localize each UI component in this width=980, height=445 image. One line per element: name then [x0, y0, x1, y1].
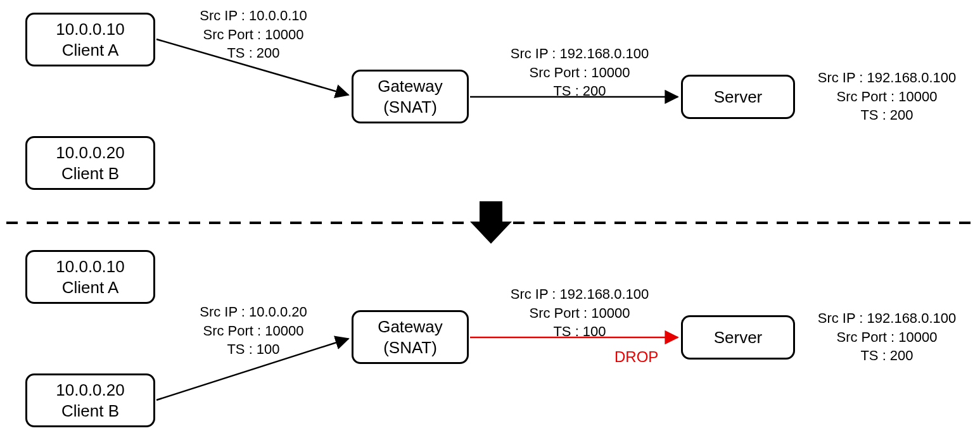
- top-client-a-node: 10.0.0.10 Client A: [25, 13, 155, 66]
- top-client-b-node: 10.0.0.20 Client B: [25, 136, 155, 190]
- bottom-server-label: Server: [714, 327, 763, 348]
- pkt-ts: TS : 200: [491, 82, 668, 101]
- pkt-ts: TS : 200: [805, 106, 969, 125]
- pkt-src-port: Src Port : 10000: [805, 87, 969, 106]
- bottom-server-state: Src IP : 192.168.0.100 Src Port : 10000 …: [805, 309, 969, 365]
- bottom-gateway-line2: (SNAT): [383, 337, 437, 358]
- top-gateway-line2: (SNAT): [383, 97, 437, 118]
- top-server-state: Src IP : 192.168.0.100 Src Port : 10000 …: [805, 68, 969, 125]
- bottom-packet-client-to-gateway: Src IP : 10.0.0.20 Src Port : 10000 TS :…: [184, 303, 323, 359]
- pkt-ts: TS : 100: [491, 322, 668, 341]
- top-client-b-ip: 10.0.0.20: [56, 142, 124, 163]
- top-server-node: Server: [681, 75, 795, 119]
- pkt-src-ip: Src IP : 192.168.0.100: [805, 68, 969, 87]
- pkt-src-ip: Src IP : 10.0.0.10: [184, 6, 323, 25]
- bottom-gateway-line1: Gateway: [378, 317, 443, 337]
- top-client-b-label: Client B: [61, 163, 119, 184]
- pkt-ts: TS : 100: [184, 340, 323, 359]
- bottom-packet-gateway-to-server: Src IP : 192.168.0.100 Src Port : 10000 …: [491, 285, 668, 341]
- bottom-client-b-ip: 10.0.0.20: [56, 380, 124, 401]
- pkt-src-ip: Src IP : 10.0.0.20: [184, 303, 323, 322]
- bottom-client-b-node: 10.0.0.20 Client B: [25, 373, 155, 427]
- down-arrow-icon: [470, 201, 512, 244]
- bottom-client-b-label: Client B: [61, 401, 119, 422]
- drop-label: DROP: [614, 348, 658, 366]
- diagram-stage: 10.0.0.10 Client A 10.0.0.20 Client B Ga…: [0, 0, 980, 445]
- pkt-ts: TS : 200: [184, 44, 323, 63]
- top-packet-client-to-gateway: Src IP : 10.0.0.10 Src Port : 10000 TS :…: [184, 6, 323, 63]
- pkt-src-port: Src Port : 10000: [184, 322, 323, 341]
- pkt-src-ip: Src IP : 192.168.0.100: [805, 309, 969, 328]
- pkt-src-port: Src Port : 10000: [491, 63, 668, 82]
- pkt-src-port: Src Port : 10000: [491, 304, 668, 323]
- top-server-label: Server: [714, 87, 763, 108]
- top-client-a-ip: 10.0.0.10: [56, 19, 124, 40]
- bottom-server-node: Server: [681, 315, 795, 360]
- top-gateway-node: Gateway (SNAT): [352, 70, 469, 123]
- top-client-a-label: Client A: [62, 40, 119, 61]
- pkt-src-ip: Src IP : 192.168.0.100: [491, 44, 668, 63]
- pkt-src-port: Src Port : 10000: [184, 25, 323, 44]
- bottom-client-a-node: 10.0.0.10 Client A: [25, 250, 155, 304]
- pkt-ts: TS : 200: [805, 346, 969, 365]
- top-gateway-line1: Gateway: [378, 76, 443, 97]
- top-packet-gateway-to-server: Src IP : 192.168.0.100 Src Port : 10000 …: [491, 44, 668, 101]
- bottom-client-a-ip: 10.0.0.10: [56, 256, 124, 277]
- bottom-gateway-node: Gateway (SNAT): [352, 310, 469, 364]
- bottom-client-a-label: Client A: [62, 277, 119, 298]
- pkt-src-ip: Src IP : 192.168.0.100: [491, 285, 668, 304]
- pkt-src-port: Src Port : 10000: [805, 328, 969, 347]
